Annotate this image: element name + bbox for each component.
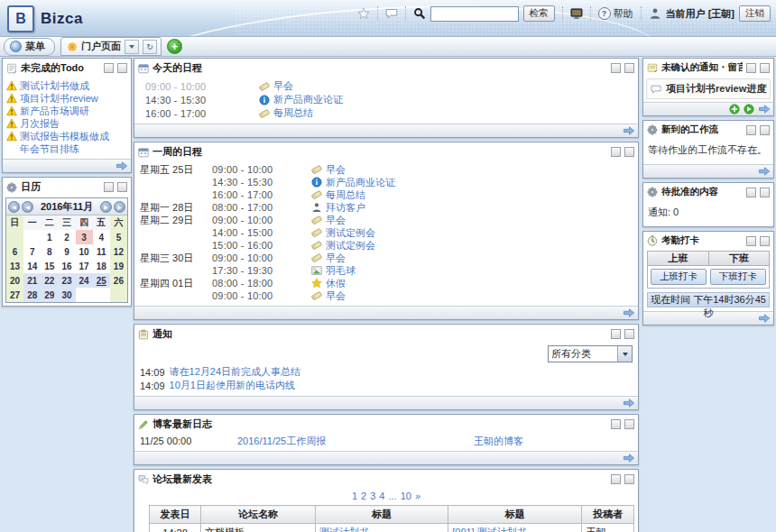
widget-minimize-button[interactable] <box>611 419 621 429</box>
calendar-day[interactable]: 12 <box>110 244 127 259</box>
schedule-link[interactable]: 早会 <box>326 252 346 265</box>
widget-minimize-button[interactable] <box>104 182 114 192</box>
todo-item-link[interactable]: 年会节目排练 <box>20 142 79 155</box>
calendar-day[interactable]: 21 <box>23 273 41 288</box>
portal-tab[interactable]: 门户页面 ↻ <box>60 37 162 56</box>
pagination-link[interactable]: 1 <box>352 491 357 501</box>
schedule-link[interactable]: 早会 <box>326 214 346 227</box>
widget-settings-button[interactable] <box>624 147 634 157</box>
widget-settings-button[interactable] <box>624 329 634 339</box>
notice-link[interactable]: 请在12月24日前完成人事总结 <box>170 365 300 379</box>
widget-settings-button[interactable] <box>760 236 770 246</box>
schedule-link[interactable]: 新产品商业论证 <box>273 93 343 106</box>
blog-name-link[interactable]: 王朝的博客 <box>474 435 634 448</box>
pagination-link[interactable]: 3 <box>370 491 375 501</box>
pagination-link[interactable]: » <box>415 491 420 501</box>
prev-year-button[interactable]: ◀ <box>8 201 20 213</box>
more-arrow-icon[interactable] <box>758 166 769 177</box>
schedule-link[interactable]: 羽毛球 <box>326 264 356 278</box>
widget-minimize-button[interactable] <box>611 147 621 157</box>
schedule-link[interactable]: 测试定例会 <box>326 226 375 240</box>
search-input[interactable] <box>430 6 519 22</box>
blog-entry-link[interactable]: 2016/11/25工作周报 <box>237 435 474 448</box>
more-arrow-icon[interactable] <box>623 398 633 408</box>
calendar-day[interactable]: 3 <box>76 230 93 244</box>
calendar-day[interactable]: 27 <box>6 288 23 302</box>
forum-topic-link[interactable]: 测试计划书 <box>319 527 369 532</box>
calendar-day[interactable]: 10 <box>76 244 93 259</box>
schedule-link[interactable]: 拜访客户 <box>326 201 365 215</box>
calendar-day[interactable]: 6 <box>6 244 23 259</box>
pagination-link[interactable]: 4 <box>379 491 384 501</box>
notice-link[interactable]: 10月1日起使用新的电话内线 <box>170 379 295 392</box>
clock-out-button[interactable]: 下班打卡 <box>710 269 766 285</box>
schedule-link[interactable]: 早会 <box>273 79 293 93</box>
category-select[interactable]: 所有分类 <box>548 345 633 362</box>
schedule-link[interactable]: 早会 <box>326 289 346 303</box>
calendar-day[interactable]: 23 <box>58 273 75 288</box>
more-arrow-icon[interactable] <box>115 161 126 171</box>
more-arrow-icon[interactable] <box>623 453 633 463</box>
calendar-day[interactable]: 13 <box>6 259 23 273</box>
widget-settings-button[interactable] <box>117 182 127 192</box>
clock-in-button[interactable]: 上班打卡 <box>651 269 707 285</box>
more-arrow-icon[interactable] <box>758 313 769 324</box>
messages-icon[interactable] <box>385 7 398 20</box>
next-year-button[interactable]: ▶ <box>114 201 125 213</box>
calendar-day[interactable]: 28 <box>23 288 41 302</box>
more-arrow-icon[interactable] <box>758 104 769 115</box>
widget-minimize-button[interactable] <box>104 63 114 73</box>
go-icon[interactable] <box>744 104 754 115</box>
widget-minimize-button[interactable] <box>746 236 756 246</box>
calendar-day[interactable]: 22 <box>41 273 58 288</box>
widget-minimize-button[interactable] <box>746 188 756 197</box>
calendar-day[interactable]: 29 <box>41 288 58 302</box>
todo-item-link[interactable]: 测试计划书做成 <box>20 79 89 92</box>
calendar-day[interactable]: 4 <box>93 230 110 244</box>
widget-minimize-button[interactable] <box>746 63 756 73</box>
widget-settings-button[interactable] <box>760 188 770 197</box>
calendar-day[interactable]: 30 <box>58 288 75 302</box>
more-arrow-icon[interactable] <box>623 125 633 136</box>
tab-dropdown-button[interactable] <box>125 40 139 54</box>
widget-minimize-button[interactable] <box>746 125 756 135</box>
workspace-icon[interactable] <box>570 7 583 20</box>
logout-button[interactable]: 注销 <box>739 5 771 22</box>
schedule-link[interactable]: 每周总结 <box>273 106 313 120</box>
widget-minimize-button[interactable] <box>611 474 621 484</box>
favorites-icon[interactable] <box>357 7 370 20</box>
menu-button[interactable]: 菜单 <box>4 38 55 56</box>
calendar-day[interactable]: 5 <box>110 230 127 244</box>
calendar-day[interactable]: 2 <box>58 230 75 244</box>
search-button[interactable]: 检索 <box>523 5 555 22</box>
calendar-day[interactable]: 8 <box>41 244 58 259</box>
todo-item-link[interactable]: 新产品市场调研 <box>20 105 89 117</box>
widget-minimize-button[interactable] <box>611 63 621 73</box>
tab-refresh-button[interactable]: ↻ <box>143 40 157 54</box>
calendar-day[interactable]: 9 <box>58 244 75 259</box>
schedule-link[interactable]: 早会 <box>326 163 346 177</box>
calendar-day[interactable]: 1 <box>41 230 58 244</box>
add-portlet-button[interactable]: + <box>167 39 182 54</box>
calendar-day[interactable]: 24 <box>76 273 93 288</box>
widget-settings-button[interactable] <box>624 474 634 484</box>
pagination-link[interactable]: 10 <box>401 491 411 501</box>
pagination-link[interactable]: 2 <box>361 491 366 501</box>
schedule-link[interactable]: 新产品商业论证 <box>326 176 395 189</box>
calendar-day[interactable]: 25 <box>93 273 110 288</box>
calendar-day[interactable]: 15 <box>41 259 58 273</box>
calendar-day[interactable]: 11 <box>93 244 110 259</box>
calendar-day[interactable]: 14 <box>23 259 41 273</box>
calendar-day[interactable]: 19 <box>110 259 127 273</box>
calendar-day[interactable]: 7 <box>23 244 41 259</box>
calendar-day[interactable]: 16 <box>58 259 75 273</box>
calendar-day[interactable]: 26 <box>110 273 127 288</box>
help-link[interactable]: ? 帮助 <box>598 7 633 21</box>
widget-settings-button[interactable] <box>117 63 127 73</box>
todo-item-link[interactable]: 测试报告书模板做成 <box>20 130 109 142</box>
calendar-day[interactable]: 20 <box>6 273 23 288</box>
memo-row[interactable]: 项目计划书review进度 <box>646 78 771 99</box>
widget-settings-button[interactable] <box>624 419 634 429</box>
schedule-link[interactable]: 休假 <box>326 277 346 290</box>
todo-item-link[interactable]: 月次报告 <box>20 117 60 130</box>
